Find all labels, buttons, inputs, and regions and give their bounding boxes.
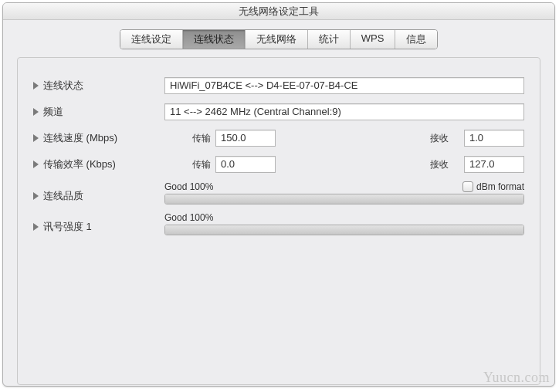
quality-text: Good 100%	[164, 181, 213, 192]
disclosure-speed[interactable]: 连线速度 (Mbps)	[33, 131, 164, 145]
label-channel: 频道	[43, 105, 63, 119]
content-panel: 连线状态 HiWiFi_07B4CE <--> D4-EE-07-07-B4-C…	[17, 57, 540, 385]
dbm-checkbox[interactable]	[462, 181, 473, 192]
dbm-checkbox-label[interactable]: dBm format	[462, 181, 524, 192]
label-quality: 连线品质	[43, 189, 83, 203]
window-titlebar: 无线网络设定工具	[3, 3, 554, 20]
label-throughput-tx: 传输	[164, 158, 211, 171]
row-channel: 频道 11 <--> 2462 MHz (Central Channel:9)	[33, 103, 524, 121]
tab-bar: 连线设定 连线状态 无线网络 统计 WPS 信息	[3, 20, 554, 49]
throughput-subrow: 传输 0.0 接收 127.0	[164, 156, 524, 173]
triangle-icon	[33, 192, 39, 200]
field-connection-status[interactable]: HiWiFi_07B4CE <--> D4-EE-07-07-B4-CE	[164, 77, 524, 94]
label-throughput-rx: 接收	[410, 158, 449, 171]
field-throughput-rx[interactable]: 127.0	[464, 156, 524, 173]
signal-bar-wrap: Good 100%	[164, 212, 524, 235]
wifi-utility-window: 无线网络设定工具 连线设定 连线状态 无线网络 统计 WPS 信息 连线状态 H…	[2, 2, 555, 387]
tab-wps[interactable]: WPS	[351, 30, 396, 49]
label-throughput: 传输效率 (Kbps)	[43, 157, 116, 171]
dbm-label-text: dBm format	[476, 181, 524, 192]
label-speed: 连线速度 (Mbps)	[43, 131, 117, 145]
disclosure-throughput[interactable]: 传输效率 (Kbps)	[33, 157, 164, 171]
disclosure-connection-status[interactable]: 连线状态	[33, 79, 164, 93]
watermark-text: Yuucn.com	[483, 370, 550, 386]
quality-progressbar	[164, 194, 524, 204]
field-throughput-tx[interactable]: 0.0	[215, 156, 276, 173]
quality-progress-fill	[165, 194, 523, 204]
tab-info[interactable]: 信息	[395, 30, 437, 49]
tab-connection-settings[interactable]: 连线设定	[120, 30, 183, 49]
triangle-icon	[33, 82, 39, 90]
row-speed: 连线速度 (Mbps) 传输 150.0 接收 1.0	[33, 129, 524, 147]
disclosure-channel[interactable]: 频道	[33, 105, 164, 119]
tab-statistics[interactable]: 统计	[308, 30, 351, 49]
signal-text: Good 100%	[164, 212, 213, 223]
speed-subrow: 传输 150.0 接收 1.0	[164, 130, 524, 147]
window-title: 无线网络设定工具	[239, 5, 319, 17]
tabs-group: 连线设定 连线状态 无线网络 统计 WPS 信息	[120, 29, 439, 49]
triangle-icon	[33, 161, 39, 168]
disclosure-signal[interactable]: 讯号强度 1	[33, 220, 164, 234]
row-signal: 讯号强度 1 Good 100%	[33, 212, 524, 235]
field-speed-tx[interactable]: 150.0	[215, 130, 276, 147]
label-connection-status: 连线状态	[43, 79, 83, 93]
row-connection-status: 连线状态 HiWiFi_07B4CE <--> D4-EE-07-07-B4-C…	[33, 76, 524, 95]
triangle-icon	[33, 108, 39, 116]
quality-bar-wrap: Good 100% dBm format	[164, 181, 524, 204]
row-throughput: 传输效率 (Kbps) 传输 0.0 接收 127.0	[33, 155, 524, 174]
label-speed-tx: 传输	[164, 132, 211, 145]
label-speed-rx: 接收	[410, 132, 449, 145]
row-quality: 连线品质 Good 100% dBm format	[33, 181, 524, 204]
field-channel[interactable]: 11 <--> 2462 MHz (Central Channel:9)	[164, 103, 524, 120]
triangle-icon	[33, 134, 39, 142]
tab-wireless-networks[interactable]: 无线网络	[246, 30, 308, 49]
tab-connection-status[interactable]: 连线状态	[183, 30, 246, 49]
signal-progressbar	[164, 225, 524, 235]
triangle-icon	[33, 223, 39, 231]
label-signal: 讯号强度 1	[43, 220, 92, 234]
disclosure-quality[interactable]: 连线品质	[33, 189, 164, 203]
field-speed-rx[interactable]: 1.0	[464, 130, 524, 147]
signal-progress-fill	[165, 225, 523, 235]
